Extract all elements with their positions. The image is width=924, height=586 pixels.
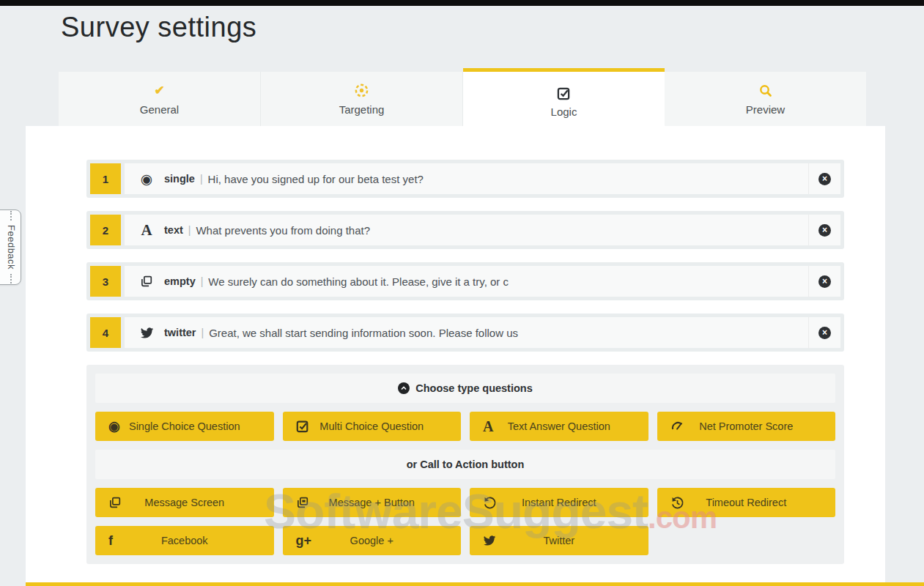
twitter-button[interactable]: Twitter [470,526,648,555]
question-row-1: 1 ◉ single | Hi, have you signed up for … [86,160,844,198]
question-number-badge: 2 [90,215,121,245]
instant-redirect-button[interactable]: Instant Redirect [470,488,648,517]
checkbox-icon [557,85,571,101]
question-number-badge: 3 [90,266,121,297]
separator: | [201,275,204,287]
question-text: Great, we shall start sending informatio… [209,327,518,339]
magnifier-icon [758,83,773,99]
separator: | [200,173,203,185]
separator: | [188,224,191,236]
facebook-button[interactable]: f Facebook [95,526,274,555]
question-type: twitter [164,327,196,338]
tab-label: Preview [746,103,785,116]
message-screens-button-icon [296,496,309,509]
twitter-icon [138,326,155,340]
close-cell: × [808,215,840,245]
text-answer-icon: A [483,418,493,435]
survey-settings-page: Survey settings ✔ General Targeting Logi… [0,0,924,586]
message-screen-button[interactable]: Message Screen [95,488,274,517]
remove-question-button[interactable]: × [818,275,831,288]
timeout-redirect-button[interactable]: Timeout Redirect [657,488,836,517]
chevron-up-icon [398,382,410,394]
text-answer-icon: A [138,221,155,240]
feedback-label: Feedback [6,225,17,270]
page-title: Survey settings [61,12,256,43]
question-type: single [164,173,195,185]
logic-tab-panel: 1 ◉ single | Hi, have you signed up for … [26,126,885,582]
tab-bar: ✔ General Targeting Logic Preview [59,72,866,131]
tab-general[interactable]: ✔ General [59,72,261,126]
question-type: text [164,224,183,236]
question-text: What prevents you from doing that? [196,224,370,237]
question-type: empty [164,275,196,287]
text-answer-question-button[interactable]: A Text Answer Question [470,412,648,441]
radio-icon: ◉ [138,171,155,188]
remove-question-button[interactable]: × [818,173,831,185]
multi-choice-question-button[interactable]: Multi Choice Question [283,412,462,441]
question-text: Hi, have you signed up for our beta test… [208,173,424,185]
close-cell: × [808,163,840,194]
choose-type-header-label: Choose type questions [415,382,533,394]
message-screens-icon [108,496,122,509]
question-item-4[interactable]: twitter | Great, we shall start sending … [125,317,840,348]
tab-label: General [140,103,179,116]
social-buttons: f Facebook g+ Google + Twitter [95,526,835,555]
target-icon [354,83,369,99]
feedback-tab[interactable]: Feedback [0,209,21,285]
question-text: We surely can do something about it. Ple… [208,275,509,288]
cta-buttons: Message Screen Message + Button Instant … [95,488,835,517]
google-plus-button[interactable]: g+ Google + [283,526,462,555]
question-row-4: 4 twitter | Great, we shall start sendin… [86,314,844,352]
dots-decoration [10,274,12,283]
bottom-accent-bar [26,582,924,586]
tab-label: Targeting [339,103,385,116]
question-number-badge: 4 [90,317,121,348]
check-icon: ✔ [154,83,164,99]
gauge-icon [670,419,685,434]
message-button-button[interactable]: Message + Button [283,488,462,517]
redirect-arrow-icon [483,496,497,510]
question-item-1[interactable]: ◉ single | Hi, have you signed up for ou… [125,163,840,194]
cta-header-label: or Call to Action button [407,459,525,470]
tab-label: Logic [551,105,577,118]
tab-logic[interactable]: Logic [463,68,665,131]
question-item-3[interactable]: empty | We surely can do something about… [125,266,840,297]
history-clock-icon [670,496,684,510]
net-promoter-score-button[interactable]: Net Promoter Score [657,412,836,441]
question-number-badge: 1 [90,163,121,194]
choose-type-header[interactable]: Choose type questions [95,374,835,403]
question-row-2: 2 A text | What prevents you from doing … [86,211,844,249]
single-choice-question-button[interactable]: ◉ Single Choice Question [95,412,274,441]
checkbox-icon [296,420,309,433]
radio-icon: ◉ [108,418,120,434]
facebook-icon: f [108,533,113,549]
tab-preview[interactable]: Preview [665,72,866,126]
top-bar [0,0,924,6]
question-row-3: 3 empty | We surely can do something abo… [86,262,844,300]
dots-decoration [10,211,12,220]
tab-targeting[interactable]: Targeting [261,72,463,126]
cta-header: or Call to Action button [95,450,835,479]
twitter-icon [483,534,496,547]
choose-type-panel: Choose type questions ◉ Single Choice Qu… [86,365,844,564]
question-item-2[interactable]: A text | What prevents you from doing th… [125,215,840,245]
close-cell: × [808,317,840,348]
close-cell: × [808,266,840,297]
question-type-buttons: ◉ Single Choice Question Multi Choice Qu… [95,412,835,441]
remove-question-button[interactable]: × [818,224,831,237]
message-screens-icon [138,275,155,288]
google-plus-icon: g+ [296,533,312,549]
remove-question-button[interactable]: × [818,327,831,339]
separator: | [202,327,204,338]
